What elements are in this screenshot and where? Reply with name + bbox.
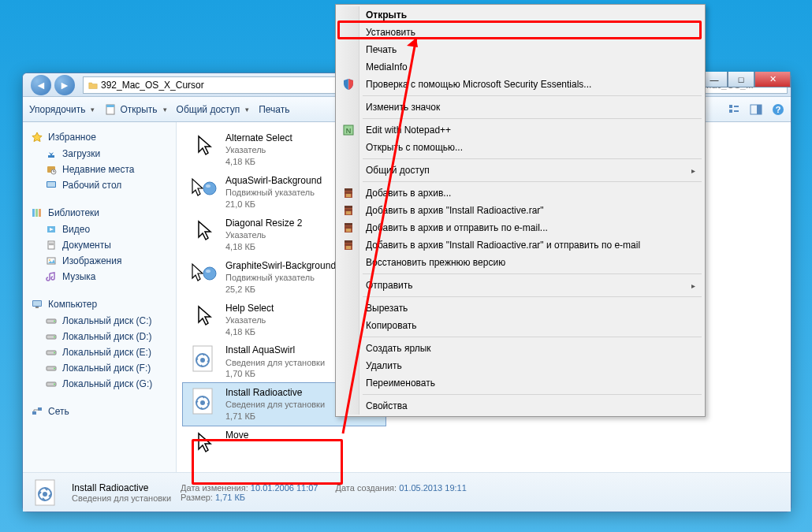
svg-point-35 [54,368,55,370]
sidebar-item[interactable]: Музыка [23,269,176,285]
context-menu-item[interactable]: Установить [337,24,703,41]
svg-rect-15 [32,209,35,217]
svg-rect-5 [734,110,739,112]
svg-point-37 [54,384,55,385]
view-button[interactable] [728,103,740,116]
favorites-header[interactable]: Избранное [23,128,176,146]
svg-rect-72 [345,226,352,229]
close-button[interactable]: ✕ [754,72,791,87]
preview-pane-button[interactable] [750,103,762,116]
svg-rect-63 [345,188,352,191]
ani-icon [188,174,219,206]
inf-icon [31,477,62,508]
svg-rect-73 [346,229,351,232]
status-filename: Install Radioactive [72,482,171,493]
svg-point-24 [49,259,50,261]
rar-icon [342,187,355,199]
cursor-icon [188,302,219,333]
svg-rect-4 [734,106,739,107]
svg-point-31 [54,337,55,338]
sidebar-item[interactable]: Локальный диск (C:) [23,313,176,329]
libraries-header[interactable]: Библиотеки [23,204,176,221]
svg-point-50 [200,358,205,363]
context-menu-item[interactable]: Добавить в архив "Install Radioactive.ra… [337,236,703,254]
sidebar-item[interactable]: Рабочий стол [23,177,176,193]
maximize-button[interactable]: □ [728,72,754,87]
context-menu-item[interactable]: Добавить в архив... [337,184,703,202]
rar-icon [342,239,355,251]
svg-rect-69 [346,211,351,214]
context-menu-item[interactable]: Восстановить прежнюю версию [337,254,703,271]
context-menu: ОткрытьУстановитьПечатьMediaInfoПроверка… [335,4,706,417]
svg-rect-26 [33,301,41,306]
context-menu-item[interactable]: Открыть [337,6,703,24]
file-item[interactable]: Move [183,426,386,463]
folder-icon [88,79,101,91]
notepad-icon [104,103,117,116]
context-menu-item[interactable]: Создать ярлык [337,340,703,357]
context-menu-item[interactable]: NEdit with Notepad++ [337,121,703,139]
share-button[interactable]: Общий доступ [177,104,250,115]
context-menu-item[interactable]: MediaInfo [337,58,703,76]
context-menu-item[interactable]: Копировать [337,317,703,334]
sidebar-item[interactable]: Локальный диск (D:) [23,329,176,344]
ani-icon [188,259,219,291]
sidebar-item[interactable]: Локальный диск (G:) [23,376,176,392]
disk-icon [45,362,58,374]
recent-icon [45,163,58,176]
svg-rect-2 [729,105,732,108]
rar-icon [342,204,355,217]
context-menu-item[interactable]: Печать [337,41,703,58]
svg-rect-68 [345,209,352,211]
context-menu-item[interactable]: Открыть с помощью... [337,139,703,156]
context-menu-item[interactable]: Вырезать [337,299,703,317]
context-menu-item[interactable]: Удалить [337,357,703,374]
cursor-icon [188,217,219,248]
status-filetype: Сведения для установки [72,493,171,503]
disk-icon [45,330,58,343]
shield-icon [342,78,355,91]
svg-rect-17 [39,209,41,217]
sidebar-item[interactable]: Видео [23,221,176,237]
back-button[interactable]: ◄ [31,75,51,95]
computer-icon [31,298,43,311]
star-icon [31,131,43,143]
sidebar-item[interactable]: Изображения [23,253,176,269]
network-header[interactable]: Сеть [23,403,176,420]
context-menu-item[interactable]: Изменить значок [337,99,703,116]
svg-rect-27 [35,307,39,308]
svg-rect-7 [757,105,762,114]
svg-rect-71 [345,223,352,225]
svg-point-43 [206,184,210,188]
disk-icon [45,346,58,359]
inf-icon [188,344,219,375]
context-menu-item[interactable]: Добавить в архив и отправить по e-mail..… [337,219,703,236]
computer-header[interactable]: Компьютер [23,296,176,313]
sidebar-item[interactable]: Локальный диск (E:) [23,344,176,360]
sidebar-item[interactable]: Локальный диск (F:) [23,360,176,376]
doc-icon [45,239,58,251]
context-menu-item[interactable]: Отправить [337,277,703,294]
network-icon [31,405,43,418]
inf-icon [188,386,219,418]
forward-button[interactable]: ► [54,75,75,95]
context-menu-item[interactable]: Проверка с помощью Microsoft Security Es… [337,76,703,93]
sidebar-item[interactable]: Документы [23,237,176,253]
print-button[interactable]: Печать [259,104,289,115]
context-menu-item[interactable]: Добавить в архив "Install Radioactive.ra… [337,202,703,219]
sidebar-item[interactable]: Недавние места [23,162,176,177]
libraries-icon [31,206,43,219]
desktop-icon [45,179,58,192]
svg-rect-75 [345,240,352,243]
cursor-icon [188,429,219,460]
organize-button[interactable]: Упорядочить [29,104,95,115]
svg-rect-22 [49,244,54,245]
svg-rect-14 [47,182,55,187]
context-menu-item[interactable]: Свойства [337,397,703,415]
svg-rect-64 [345,192,352,194]
sidebar-item[interactable]: Загрузки [23,146,176,162]
open-button[interactable]: Открыть [104,103,166,116]
context-menu-item[interactable]: Переименовать [337,374,703,392]
context-menu-item[interactable]: Общий доступ [337,162,703,179]
help-button[interactable]: ? [772,103,784,116]
